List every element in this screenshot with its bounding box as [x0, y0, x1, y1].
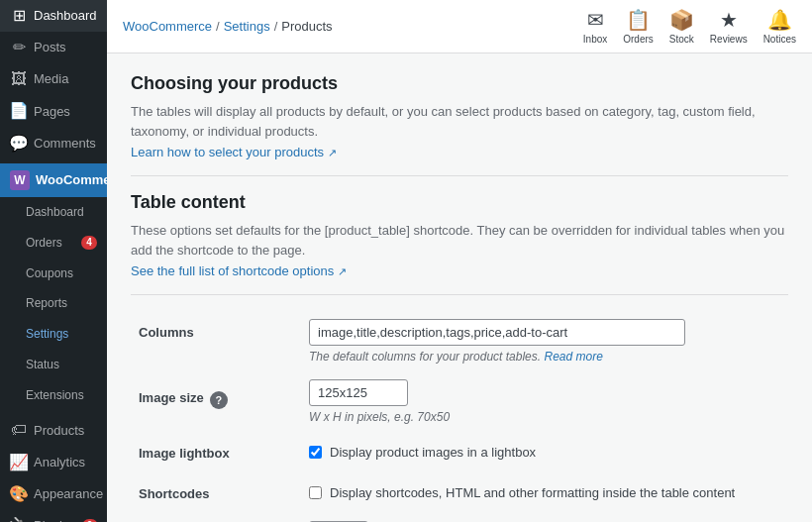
media-icon: 🖼: [10, 70, 28, 88]
page-content: Choosing your products The tables will d…: [107, 53, 812, 522]
section2-desc: These options set defaults for the [prod…: [131, 221, 788, 260]
sidebar-item-wc-reports[interactable]: Reports: [0, 288, 107, 319]
sidebar-item-wc-status[interactable]: Status: [0, 350, 107, 380]
divider1: [131, 175, 788, 176]
columns-read-more[interactable]: Read more: [544, 350, 602, 364]
image-size-hint: W x H in pixels, e.g. 70x50: [309, 410, 788, 424]
desc-length-value-cell: words: [309, 513, 788, 522]
image-lightbox-value-cell: Display product images in a lightbox: [309, 432, 788, 472]
dashboard-icon: ⊞: [10, 7, 28, 25]
appearance-icon: 🎨: [10, 485, 28, 503]
sidebar-item-woocommerce[interactable]: W WooCommerce: [0, 163, 107, 197]
sidebar-item-plugins[interactable]: 🔌 Plugins 2: [0, 510, 107, 522]
top-icon-reviews[interactable]: ★ Reviews: [710, 8, 748, 45]
shortcodes-value-cell: Display shortcodes, HTML and other forma…: [309, 472, 788, 513]
sidebar-item-wc-settings[interactable]: Settings: [0, 319, 107, 350]
sidebar-item-label: WooCommerce: [36, 171, 107, 189]
external-icon1: ↗: [328, 147, 337, 158]
sidebar-item-label: Plugins: [34, 517, 76, 522]
shortcodes-label: Shortcodes: [139, 486, 210, 501]
sidebar-item-analytics[interactable]: 📈 Analytics: [0, 447, 107, 478]
breadcrumb: WooCommerce / Settings / Products: [123, 19, 333, 34]
section1-title: Choosing your products: [131, 73, 788, 94]
sidebar-item-label: Media: [34, 70, 68, 88]
image-lightbox-row: Image lightbox Display product images in…: [131, 432, 788, 472]
inbox-icon: ✉: [587, 8, 604, 32]
section1-desc: The tables will display all products by …: [131, 102, 788, 141]
sidebar-item-wc-coupons[interactable]: Coupons: [0, 259, 107, 289]
orders-label: Orders: [623, 34, 654, 45]
image-size-input[interactable]: [309, 379, 408, 406]
breadcrumb-current: Products: [281, 19, 332, 34]
sidebar-item-label: Pages: [34, 103, 70, 121]
image-lightbox-text[interactable]: Display product images in a lightbox: [330, 445, 536, 460]
sidebar-item-wc-orders[interactable]: Orders 4: [0, 228, 107, 259]
columns-input[interactable]: [309, 319, 685, 346]
wc-status-label: Status: [26, 357, 59, 373]
section1-link[interactable]: Learn how to select your products ↗: [131, 145, 337, 159]
shortcodes-checkbox[interactable]: [309, 486, 322, 499]
divider2: [131, 294, 788, 295]
image-size-row: Image size ? W x H in pixels, e.g. 70x50: [131, 371, 788, 432]
top-icons: ✉ Inbox 📋 Orders 📦 Stock ★ Reviews 🔔: [583, 8, 796, 45]
shortcodes-checkbox-row: Display shortcodes, HTML and other forma…: [309, 485, 788, 500]
reviews-icon: ★: [720, 8, 738, 32]
wc-extensions-label: Extensions: [26, 387, 84, 404]
shortcodes-text[interactable]: Display shortcodes, HTML and other forma…: [330, 485, 735, 500]
sidebar-item-wc-dashboard[interactable]: Dashboard: [0, 197, 107, 228]
columns-row: Columns The default columns for your pro…: [131, 311, 788, 371]
section2-link[interactable]: See the full list of shortcode options ↗: [131, 263, 347, 278]
sidebar-item-dashboard[interactable]: ⊞ Dashboard: [0, 0, 107, 32]
image-lightbox-label-cell: Image lightbox: [131, 432, 309, 472]
posts-icon: ✏: [10, 39, 28, 56]
breadcrumb-settings[interactable]: Settings: [224, 19, 270, 34]
stock-icon: 📦: [669, 8, 694, 32]
breadcrumb-woocommerce[interactable]: WooCommerce: [123, 19, 212, 34]
top-icon-stock[interactable]: 📦 Stock: [669, 8, 694, 45]
sidebar-item-label: Appearance: [34, 485, 103, 503]
shortcodes-label-cell: Shortcodes: [131, 472, 309, 513]
products-icon: 🏷: [10, 422, 28, 440]
woocommerce-icon: W: [10, 170, 30, 190]
breadcrumb-sep2: /: [274, 19, 278, 34]
wc-settings-label: Settings: [26, 326, 68, 343]
top-icon-orders[interactable]: 📋 Orders: [623, 8, 654, 45]
sidebar-item-posts[interactable]: ✏ Posts: [0, 32, 107, 63]
desc-length-row: Description length ? words: [131, 513, 788, 522]
breadcrumb-sep1: /: [216, 19, 220, 34]
columns-value-cell: The default columns for your product tab…: [309, 311, 788, 371]
sidebar-item-label: Analytics: [34, 454, 85, 471]
desc-length-label-cell: Description length ?: [131, 513, 309, 522]
wc-coupons-label: Coupons: [26, 265, 73, 282]
sidebar-item-products[interactable]: 🏷 Products: [0, 415, 107, 447]
columns-hint: The default columns for your product tab…: [309, 350, 788, 364]
content-area: WooCommerce / Settings / Products ✉ Inbo…: [107, 0, 812, 522]
image-lightbox-label: Image lightbox: [139, 446, 230, 461]
image-lightbox-checkbox-row: Display product images in a lightbox: [309, 445, 788, 460]
image-size-help-icon[interactable]: ?: [210, 391, 228, 409]
sidebar-item-pages[interactable]: 📄 Pages: [0, 96, 107, 128]
sidebar-item-label: Comments: [34, 135, 96, 153]
plugins-icon: 🔌: [10, 517, 28, 522]
top-bar: WooCommerce / Settings / Products ✉ Inbo…: [107, 0, 812, 53]
sidebar-item-label: Posts: [34, 39, 66, 56]
notices-icon: 🔔: [767, 8, 792, 32]
image-size-label-cell: Image size ?: [131, 371, 309, 432]
sidebar-item-media[interactable]: 🖼 Media: [0, 63, 107, 95]
columns-label: Columns: [139, 325, 194, 340]
sidebar-item-comments[interactable]: 💬 Comments: [0, 128, 107, 159]
top-icon-notices[interactable]: 🔔 Notices: [763, 8, 796, 45]
section2-title: Table content: [131, 192, 788, 213]
section2-link-text: See the full list of shortcode options: [131, 263, 334, 278]
reviews-label: Reviews: [710, 34, 748, 45]
orders-badge: 4: [81, 236, 97, 250]
columns-label-cell: Columns: [131, 311, 309, 371]
sidebar-item-wc-extensions[interactable]: Extensions: [0, 380, 107, 411]
image-size-label: Image size: [139, 390, 204, 405]
sidebar-item-appearance[interactable]: 🎨 Appearance: [0, 478, 107, 510]
image-size-value-cell: W x H in pixels, e.g. 70x50: [309, 371, 788, 432]
inbox-label: Inbox: [583, 34, 607, 45]
top-icon-inbox[interactable]: ✉ Inbox: [583, 8, 607, 45]
settings-form: Columns The default columns for your pro…: [131, 311, 788, 522]
image-lightbox-checkbox[interactable]: [309, 446, 322, 459]
